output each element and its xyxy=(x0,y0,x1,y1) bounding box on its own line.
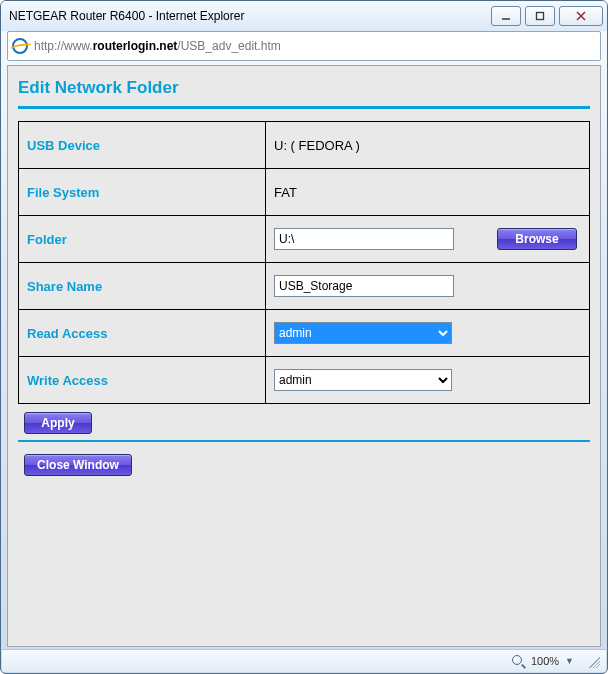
row-usb-device: USB Device U: ( FEDORA ) xyxy=(19,122,590,169)
apply-button[interactable]: Apply xyxy=(24,412,92,434)
browser-window: NETGEAR Router R6400 - Internet Explorer… xyxy=(0,0,608,674)
ie-icon xyxy=(12,38,28,54)
close-button[interactable] xyxy=(559,6,603,26)
magnifier-icon[interactable] xyxy=(511,654,525,668)
value-file-system: FAT xyxy=(266,169,590,216)
resize-grip[interactable] xyxy=(586,654,600,668)
browse-button[interactable]: Browse xyxy=(497,228,577,250)
write-access-select[interactable]: admin xyxy=(274,369,452,391)
window-titlebar: NETGEAR Router R6400 - Internet Explorer xyxy=(1,1,607,31)
zoom-level: 100% xyxy=(531,655,559,667)
status-bar: 100% ▼ xyxy=(2,649,606,672)
minimize-button[interactable] xyxy=(491,6,521,26)
label-folder: Folder xyxy=(19,216,266,263)
url-path: /USB_adv_edit.htm xyxy=(177,39,280,53)
folder-input[interactable] xyxy=(274,228,454,250)
label-file-system: File System xyxy=(19,169,266,216)
read-access-select[interactable]: admin xyxy=(274,322,452,344)
divider xyxy=(18,440,590,442)
address-bar[interactable]: http://www.routerlogin.net/USB_adv_edit.… xyxy=(7,31,601,61)
window-title: NETGEAR Router R6400 - Internet Explorer xyxy=(9,9,244,23)
close-window-button[interactable]: Close Window xyxy=(24,454,132,476)
page-title: Edit Network Folder xyxy=(18,76,590,106)
label-write-access: Write Access xyxy=(19,357,266,404)
page-body: Edit Network Folder USB Device U: ( FEDO… xyxy=(7,65,601,647)
divider xyxy=(18,106,590,109)
close-row: Close Window xyxy=(18,454,590,476)
svg-rect-1 xyxy=(537,13,544,20)
label-read-access: Read Access xyxy=(19,310,266,357)
apply-row: Apply xyxy=(18,404,590,434)
row-read-access: Read Access admin xyxy=(19,310,590,357)
folder-controls: Browse xyxy=(274,228,581,250)
row-file-system: File System FAT xyxy=(19,169,590,216)
window-controls xyxy=(491,6,603,26)
row-share-name: Share Name xyxy=(19,263,590,310)
label-usb-device: USB Device xyxy=(19,122,266,169)
value-usb-device: U: ( FEDORA ) xyxy=(266,122,590,169)
row-write-access: Write Access admin xyxy=(19,357,590,404)
row-folder: Folder Browse xyxy=(19,216,590,263)
url-display: http://www.routerlogin.net/USB_adv_edit.… xyxy=(34,39,281,53)
form-table: USB Device U: ( FEDORA ) File System FAT… xyxy=(18,121,590,404)
share-name-input[interactable] xyxy=(274,275,454,297)
maximize-button[interactable] xyxy=(525,6,555,26)
label-share-name: Share Name xyxy=(19,263,266,310)
url-prefix: http://www. xyxy=(34,39,93,53)
url-host: routerlogin.net xyxy=(93,39,178,53)
chevron-down-icon[interactable]: ▼ xyxy=(565,656,574,666)
